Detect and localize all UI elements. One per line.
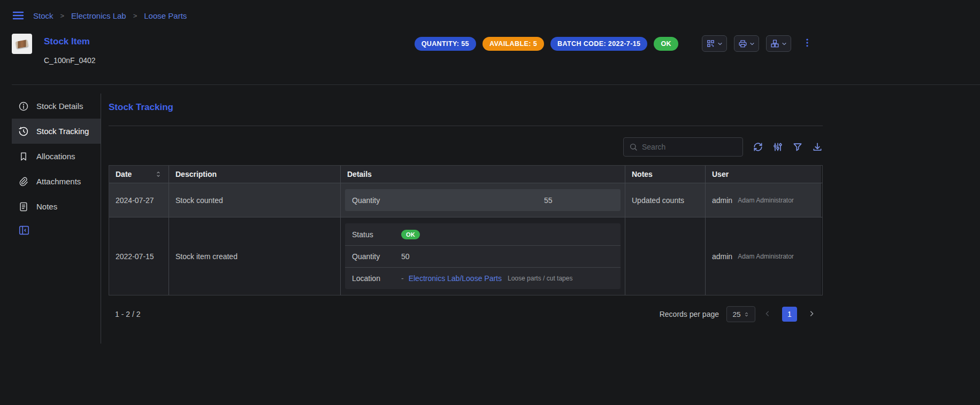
stock-item-thumbnail[interactable]	[12, 34, 32, 54]
cell-user: admin Adam Administrator	[706, 183, 821, 217]
search-icon	[629, 143, 638, 151]
sidebar-item-label: Attachments	[36, 177, 81, 186]
column-header-description: Description	[169, 166, 341, 183]
detail-label: Quantity	[352, 196, 483, 205]
table-footer: 1 - 2 / 2 Records per page 25 1	[109, 295, 823, 322]
barcode-actions-button[interactable]	[702, 35, 727, 52]
breadcrumb-separator: >	[60, 12, 65, 20]
breadcrumb: Stock > Electronics Lab > Loose Parts	[33, 11, 187, 20]
stock-actions-button[interactable]	[766, 35, 791, 52]
detail-value: 55	[483, 196, 614, 205]
record-range: 1 - 2 / 2	[115, 310, 140, 318]
table-row: 2024-07-27 Stock counted Quantity 55 Upd…	[109, 183, 822, 217]
detail-value: 50	[401, 252, 410, 261]
column-header-details: Details	[341, 166, 625, 183]
records-per-page-label: Records per page	[660, 310, 719, 318]
table-row: 2022-07-15 Stock item created Status OK …	[109, 217, 822, 295]
detail-line-location: Location - Electronics Lab/Loose Parts L…	[345, 267, 621, 289]
refresh-button[interactable]	[753, 142, 763, 152]
cell-details: Quantity 55	[341, 183, 625, 217]
sidebar: Stock Details Stock Tracking Allocations…	[12, 94, 101, 344]
search-box[interactable]	[623, 137, 743, 157]
filter-button[interactable]	[792, 142, 803, 152]
records-per-page-select[interactable]: 25	[726, 306, 755, 322]
breadcrumb-link-stock[interactable]: Stock	[33, 11, 53, 20]
status-badges: QUANTITY: 55 AVAILABLE: 5 BATCH CODE: 20…	[415, 37, 678, 51]
status-ok-badge: OK	[401, 230, 420, 239]
sliders-icon	[772, 142, 783, 152]
section-divider	[109, 126, 823, 126]
page-header: Stock Item C_100nF_0402 QUANTITY: 55 AVA…	[12, 32, 813, 75]
menu-icon[interactable]	[12, 9, 25, 22]
sidebar-item-label: Stock Tracking	[36, 127, 89, 136]
top-navbar: Stock > Electronics Lab > Loose Parts	[12, 0, 813, 24]
cell-details: Status OK Quantity 50 Location - Electro…	[341, 217, 625, 295]
cell-description: Stock item created	[169, 217, 341, 295]
toolbar-icons	[753, 142, 823, 152]
previous-page-button[interactable]	[763, 307, 772, 322]
detail-label: Status	[352, 230, 401, 239]
breadcrumb-link-electronics-lab[interactable]: Electronics Lab	[71, 11, 126, 20]
download-icon	[812, 142, 823, 152]
cell-user: admin Adam Administrator	[706, 217, 821, 295]
info-circle-icon	[18, 101, 29, 112]
location-link[interactable]: Electronics Lab/Loose Parts	[409, 274, 502, 283]
title-block: Stock Item C_100nF_0402	[44, 32, 96, 65]
page-1-button[interactable]: 1	[782, 307, 797, 322]
sidebar-item-notes[interactable]: Notes	[12, 194, 101, 219]
qrcode-icon	[706, 39, 715, 48]
sidebar-item-stock-details[interactable]: Stock Details	[12, 94, 101, 119]
column-label: Date	[116, 170, 132, 178]
column-header-date[interactable]: Date	[109, 166, 169, 183]
boxes-icon	[770, 39, 779, 48]
header-right: QUANTITY: 55 AVAILABLE: 5 BATCH CODE: 20…	[415, 35, 813, 52]
status-ok-badge: OK	[654, 37, 678, 51]
app-window: Stock > Electronics Lab > Loose Parts St…	[0, 0, 813, 344]
chevron-down-icon	[749, 41, 755, 46]
detail-label: Location	[352, 274, 401, 283]
column-header-user: User	[706, 166, 821, 183]
sidebar-item-label: Notes	[36, 202, 57, 211]
chevron-down-icon	[717, 41, 723, 46]
cell-description: Stock counted	[169, 183, 341, 217]
sidebar-item-allocations[interactable]: Allocations	[12, 144, 101, 169]
detail-line-quantity: Quantity 55	[345, 189, 621, 211]
username: admin	[712, 252, 732, 261]
sidebar-item-label: Stock Details	[36, 102, 83, 111]
bookmark-icon	[18, 151, 29, 162]
capacitor-image	[16, 40, 28, 49]
detail-line-status: Status OK	[345, 223, 621, 245]
sidebar-collapse-button[interactable]	[12, 224, 101, 238]
batch-code-badge: BATCH CODE: 2022-7-15	[550, 37, 647, 51]
sidebar-collapse-icon	[18, 224, 30, 238]
table-header-row: Date Description Details Notes User	[109, 166, 822, 183]
table-settings-button[interactable]	[772, 142, 783, 152]
section-title: Stock Tracking	[109, 102, 823, 113]
dots-vertical-icon	[802, 37, 813, 50]
chevron-right-icon	[807, 309, 816, 320]
paperclip-icon	[18, 176, 29, 187]
download-button[interactable]	[812, 142, 823, 152]
details-box: Status OK Quantity 50 Location - Electro…	[345, 223, 621, 289]
location-dash: -	[401, 274, 404, 283]
next-page-button[interactable]	[807, 307, 816, 322]
search-input[interactable]	[642, 143, 737, 151]
refresh-icon	[753, 142, 763, 152]
pagination-controls: Records per page 25 1	[660, 306, 816, 322]
column-header-notes: Notes	[625, 166, 706, 183]
page-title: Stock Item	[44, 36, 96, 47]
sidebar-item-attachments[interactable]: Attachments	[12, 169, 101, 194]
printer-icon	[738, 39, 747, 48]
cell-date: 2022-07-15	[109, 217, 169, 295]
sidebar-item-stock-tracking[interactable]: Stock Tracking	[12, 119, 101, 144]
print-actions-button[interactable]	[734, 35, 759, 52]
user-fullname: Adam Administrator	[738, 253, 794, 260]
header-divider	[12, 84, 980, 85]
cell-date: 2024-07-27	[109, 183, 169, 217]
detail-line-quantity: Quantity 50	[345, 245, 621, 267]
breadcrumb-link-loose-parts[interactable]: Loose Parts	[144, 11, 187, 20]
part-name: C_100nF_0402	[44, 56, 96, 65]
quantity-badge: QUANTITY: 55	[415, 37, 476, 51]
stock-tracking-table: Date Description Details Notes User 2024…	[109, 165, 823, 295]
more-actions-button[interactable]	[801, 37, 813, 51]
